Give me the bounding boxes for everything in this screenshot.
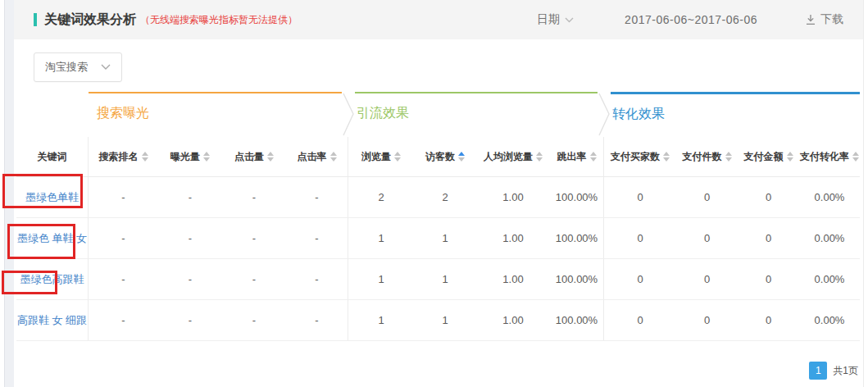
cell: - (89, 232, 158, 244)
col-header[interactable]: 搜索排名 (89, 150, 158, 164)
annotation-box (2, 271, 57, 294)
sort-icon[interactable] (536, 152, 543, 162)
header-controls: 日期 2017-06-06~2017-06-06 下载 (537, 12, 848, 27)
sort-icon[interactable] (267, 152, 274, 162)
chevron-down-icon (565, 17, 574, 23)
page-button-1[interactable]: 1 (809, 362, 827, 380)
cell: - (158, 273, 222, 285)
title-accent-bar (34, 13, 37, 26)
sort-icon[interactable] (394, 152, 401, 162)
cell: 100.00% (550, 259, 604, 299)
cell: 0 (738, 314, 799, 326)
cell: - (158, 232, 222, 244)
title-note: （无线端搜索曝光指标暂无法提供） (140, 13, 298, 27)
cell: 2 (414, 191, 476, 203)
funnel-sections: 搜索曝光 引流效果 转化效果 (16, 92, 860, 137)
col-header[interactable]: 点击率 (286, 137, 348, 176)
col-header[interactable]: 曝光量 (158, 150, 222, 164)
keyword-table: 搜索曝光 引流效果 转化效果 关键词 搜索排名 曝光量 点击量 点击率 浏览量 (16, 92, 860, 341)
cell: 0 (604, 232, 676, 244)
chevron-down-icon (101, 64, 111, 71)
sort-icon[interactable] (458, 152, 465, 162)
cell: 100.00% (550, 300, 604, 340)
download-button[interactable]: 下载 (805, 12, 843, 27)
cell: 0 (676, 232, 738, 244)
cell: 1 (414, 232, 476, 244)
sort-icon[interactable] (787, 152, 793, 162)
cell: - (89, 273, 158, 285)
table-row: 墨绿色高跟鞋 - - - - 1 1 1.00 100.00% 0 0 0 0.… (16, 259, 860, 300)
cell: 100.00% (550, 218, 604, 258)
sort-icon[interactable] (725, 152, 732, 162)
col-header[interactable]: 浏览量 (348, 150, 414, 164)
cell: 1 (348, 232, 414, 244)
cell: 1 (348, 314, 414, 326)
page-title: 关键词效果分析 (44, 11, 136, 29)
annotation-box (2, 174, 83, 208)
date-dropdown[interactable]: 日期 (537, 12, 574, 27)
sort-icon[interactable] (203, 152, 210, 162)
cell: - (158, 191, 222, 203)
cell: 0.00% (799, 273, 860, 285)
sort-icon[interactable] (330, 152, 337, 162)
cell: 1 (348, 273, 414, 285)
cell: - (222, 273, 286, 285)
toolbar: 淘宝搜索 (14, 39, 863, 92)
col-header[interactable]: 支付转化率 (799, 150, 860, 164)
cell: - (286, 300, 348, 340)
channel-select-value: 淘宝搜索 (45, 60, 88, 75)
channel-select[interactable]: 淘宝搜索 (34, 52, 122, 82)
cell: 0 (738, 191, 799, 203)
col-header[interactable]: 支付件数 (676, 150, 738, 164)
table-row: 墨绿色单鞋 - - - - 2 2 1.00 100.00% 0 0 0 0.0… (16, 177, 860, 218)
col-header[interactable]: 支付买家数 (604, 150, 676, 164)
section-conversion-effect: 转化效果 (604, 92, 860, 137)
cell: 0 (676, 314, 738, 326)
cell: 1 (414, 314, 476, 326)
section-label: 转化效果 (612, 107, 665, 121)
sort-icon[interactable] (663, 152, 670, 162)
section-search-exposure: 搜索曝光 (89, 92, 348, 137)
cell: - (89, 314, 158, 326)
cell: - (286, 218, 348, 258)
cell: 0 (738, 273, 799, 285)
cell: 1.00 (476, 191, 550, 203)
col-header[interactable]: 跳出率 (550, 137, 604, 176)
cell: 100.00% (550, 177, 604, 217)
col-header-keyword: 关键词 (16, 137, 89, 176)
cell: - (222, 314, 286, 326)
col-header[interactable]: 点击量 (222, 150, 286, 164)
col-header[interactable]: 人均浏览量 (476, 150, 550, 164)
cell: 0 (676, 191, 738, 203)
analysis-panel: 关键词效果分析 （无线端搜索曝光指标暂无法提供） 日期 2017-06-06~2… (14, 0, 864, 387)
cell: 1 (414, 273, 476, 285)
page-total-label: 共1页 (833, 364, 858, 378)
cell: - (286, 177, 348, 217)
table-row: 高跟鞋 女 细跟 - - - - 1 1 1.00 100.00% 0 0 0 … (16, 300, 860, 341)
cell: - (222, 232, 286, 244)
cell: 1.00 (476, 273, 550, 285)
date-label: 日期 (537, 12, 560, 27)
cell: - (158, 314, 222, 326)
cell: - (89, 191, 158, 203)
date-range-value: 2017-06-06~2017-06-06 (625, 13, 757, 26)
table-header-row: 关键词 搜索排名 曝光量 点击量 点击率 浏览量 访客数 人均浏览量 跳出率 支… (16, 137, 860, 177)
cell: 2 (348, 191, 414, 203)
cell: 0 (738, 232, 799, 244)
cell: 1.00 (476, 314, 550, 326)
col-header[interactable]: 支付金额 (738, 150, 799, 164)
table-row: 墨绿色 单鞋 女 - - - - 1 1 1.00 100.00% 0 0 0 … (16, 218, 860, 259)
col-header-visitors[interactable]: 访客数 (414, 150, 476, 164)
pagination: 1 共1页 (809, 362, 858, 380)
cell: 0 (676, 273, 738, 285)
sort-icon[interactable] (142, 152, 148, 162)
download-icon (805, 14, 816, 25)
sort-icon[interactable] (852, 152, 859, 162)
cell: 0.00% (799, 191, 860, 203)
cell: 1.00 (476, 232, 550, 244)
keyword-link[interactable]: 高跟鞋 女 细跟 (17, 313, 87, 328)
cell: 0 (604, 273, 676, 285)
sort-icon[interactable] (590, 152, 597, 162)
section-label: 搜索曝光 (97, 106, 149, 120)
section-label: 引流效果 (357, 106, 409, 120)
